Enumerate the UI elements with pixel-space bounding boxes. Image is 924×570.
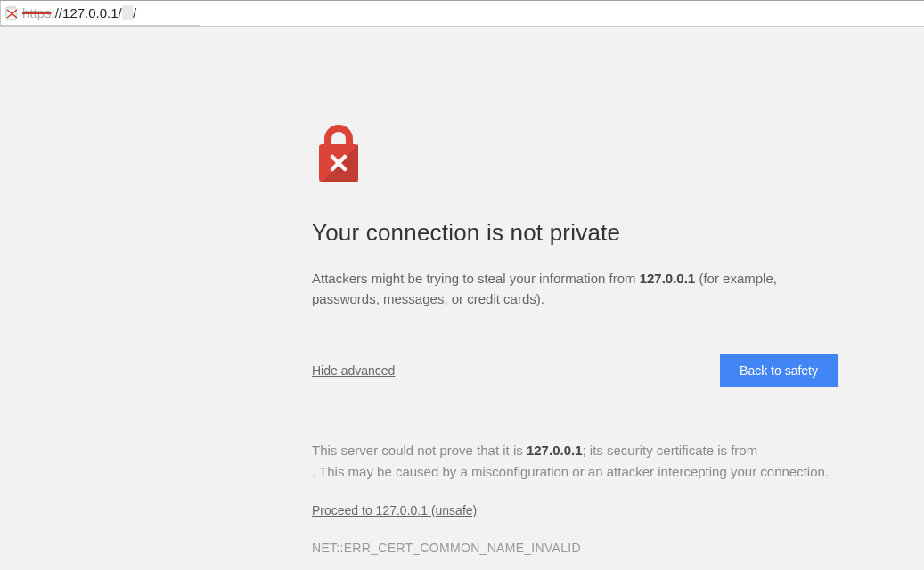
action-row: Hide advanced Back to safety	[312, 354, 838, 387]
url-host: 127.0.0.1	[62, 5, 119, 20]
lock-error-icon	[312, 125, 838, 187]
proceed-unsafe-link[interactable]: Proceed to 127.0.0.1 (unsafe)	[312, 503, 477, 517]
url-scheme-separator: ://	[52, 5, 63, 20]
warning-title: Your connection is not private	[312, 219, 838, 247]
advanced-explanation: This server could not prove that it is 1…	[312, 440, 838, 483]
error-code: NET::ERR_CERT_COMMON_NAME_INVALID	[312, 541, 838, 555]
svg-rect-1	[7, 7, 16, 9]
url-text: https://127.0.0.1/ /	[22, 5, 136, 20]
url-redacted-segment	[122, 5, 133, 20]
warning-subtext-pre: Attackers might be trying to steal your …	[312, 271, 640, 286]
url-scheme: https	[22, 5, 52, 20]
ssl-warning-interstitial: Your connection is not private Attackers…	[312, 125, 838, 555]
warning-subtext-host: 127.0.0.1	[640, 271, 696, 286]
back-to-safety-button[interactable]: Back to safety	[720, 354, 838, 387]
url-slash-2: /	[133, 5, 136, 20]
advanced-pre: This server could not prove that it is	[312, 443, 527, 458]
advanced-post: . This may be caused by a misconfigurati…	[312, 464, 829, 479]
address-bar[interactable]: https://127.0.0.1/ /	[0, 1, 200, 26]
warning-subtext: Attackers might be trying to steal your …	[312, 268, 838, 310]
advanced-mid: ; its security certificate is from	[583, 443, 758, 458]
broken-https-page-icon	[4, 6, 19, 20]
advanced-host: 127.0.0.1	[527, 443, 583, 458]
address-bar-container: https://127.0.0.1/ /	[0, 0, 924, 27]
hide-advanced-link[interactable]: Hide advanced	[312, 363, 395, 378]
